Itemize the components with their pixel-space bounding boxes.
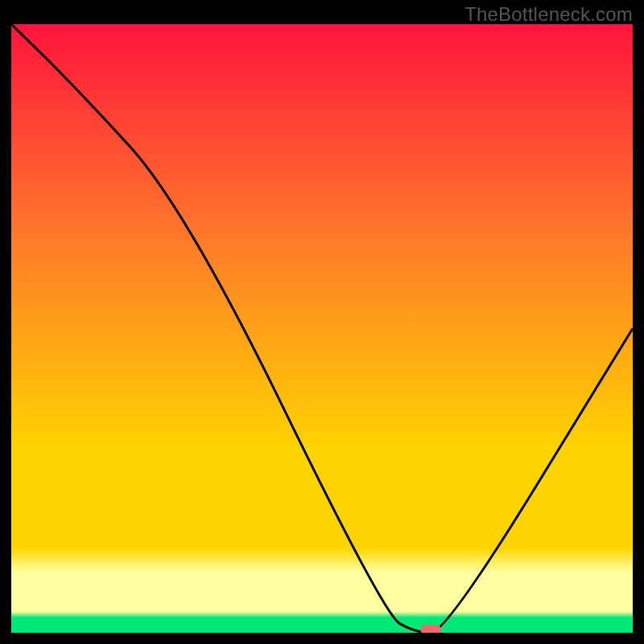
plot-area: [11, 24, 633, 633]
valley-marker: [420, 625, 441, 633]
watermark-text: TheBottleneck.com: [464, 3, 633, 26]
chart-svg: [11, 24, 633, 633]
gradient-bg: [11, 24, 633, 633]
chart-frame: TheBottleneck.com: [0, 0, 644, 644]
